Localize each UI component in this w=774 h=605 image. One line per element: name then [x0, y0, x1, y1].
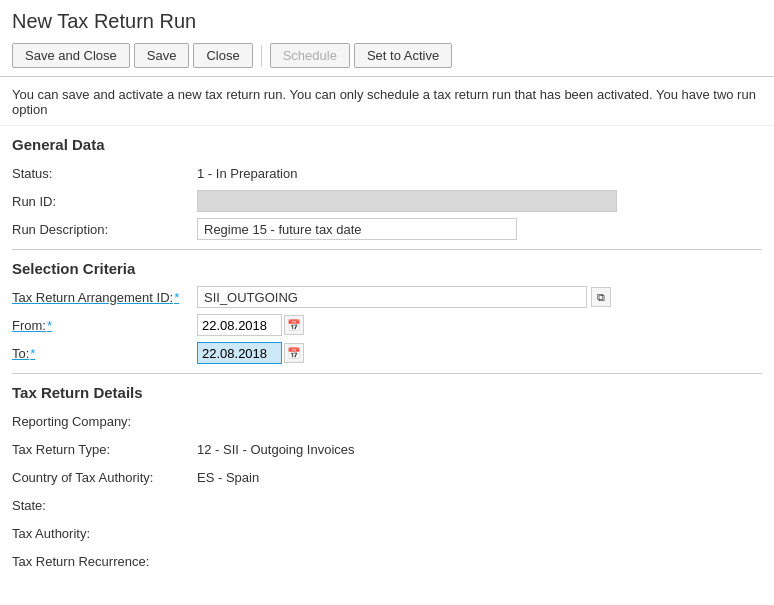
general-data-title: General Data [12, 136, 762, 153]
recurrence-label: Tax Return Recurrence: [12, 554, 197, 569]
close-button[interactable]: Close [193, 43, 252, 68]
tax-return-details-section: Tax Return Details Reporting Company: Ta… [0, 374, 774, 581]
run-id-row: Run ID: [12, 189, 762, 213]
page-title: New Tax Return Run [0, 0, 774, 39]
tax-return-type-value: 12 - SII - Outgoing Invoices [197, 442, 762, 457]
status-label: Status: [12, 166, 197, 181]
info-bar: You can save and activate a new tax retu… [0, 77, 774, 126]
copy-icon[interactable]: ⧉ [591, 287, 611, 307]
to-date-input[interactable] [197, 342, 282, 364]
toolbar-separator [261, 45, 262, 67]
tax-return-details-title: Tax Return Details [12, 384, 762, 401]
from-date-wrapper: 📅 [197, 314, 304, 336]
tax-authority-row: Tax Authority: [12, 521, 762, 545]
tax-return-type-row: Tax Return Type: 12 - SII - Outgoing Inv… [12, 437, 762, 461]
arrangement-wrapper: ⧉ [197, 286, 611, 308]
to-row: To: 📅 [12, 341, 762, 365]
selection-criteria-title: Selection Criteria [12, 260, 762, 277]
run-id-input[interactable] [197, 190, 617, 212]
general-data-section: General Data Status: 1 - In Preparation … [0, 126, 774, 249]
state-label: State: [12, 498, 197, 513]
from-date-input[interactable] [197, 314, 282, 336]
from-label: From: [12, 318, 197, 333]
to-calendar-icon[interactable]: 📅 [284, 343, 304, 363]
country-row: Country of Tax Authority: ES - Spain [12, 465, 762, 489]
from-row: From: 📅 [12, 313, 762, 337]
run-description-label: Run Description: [12, 222, 197, 237]
set-to-active-button[interactable]: Set to Active [354, 43, 452, 68]
run-id-label: Run ID: [12, 194, 197, 209]
arrangement-input[interactable] [197, 286, 587, 308]
run-description-input[interactable] [197, 218, 517, 240]
tax-return-type-label: Tax Return Type: [12, 442, 197, 457]
status-row: Status: 1 - In Preparation [12, 161, 762, 185]
selection-criteria-section: Selection Criteria Tax Return Arrangemen… [0, 250, 774, 373]
recurrence-row: Tax Return Recurrence: [12, 549, 762, 573]
schedule-button[interactable]: Schedule [270, 43, 350, 68]
status-value: 1 - In Preparation [197, 166, 762, 181]
save-button[interactable]: Save [134, 43, 190, 68]
save-and-close-button[interactable]: Save and Close [12, 43, 130, 68]
run-description-row: Run Description: [12, 217, 762, 241]
reporting-company-row: Reporting Company: [12, 409, 762, 433]
arrangement-label: Tax Return Arrangement ID: [12, 290, 197, 305]
country-label: Country of Tax Authority: [12, 470, 197, 485]
toolbar: Save and Close Save Close Schedule Set t… [0, 39, 774, 77]
reporting-company-label: Reporting Company: [12, 414, 197, 429]
state-row: State: [12, 493, 762, 517]
to-label: To: [12, 346, 197, 361]
from-calendar-icon[interactable]: 📅 [284, 315, 304, 335]
to-date-wrapper: 📅 [197, 342, 304, 364]
country-value: ES - Spain [197, 470, 762, 485]
tax-authority-label: Tax Authority: [12, 526, 197, 541]
arrangement-row: Tax Return Arrangement ID: ⧉ [12, 285, 762, 309]
